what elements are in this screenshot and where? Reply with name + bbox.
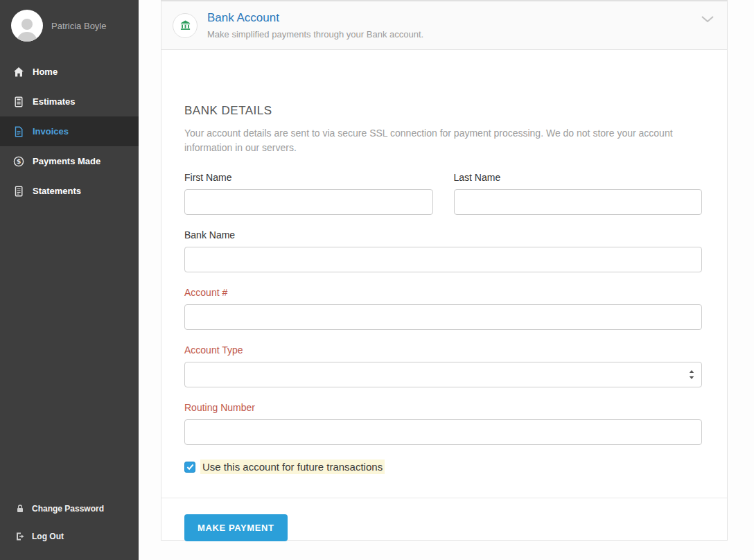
home-icon <box>13 67 24 78</box>
routing-number-input[interactable] <box>184 419 702 445</box>
account-number-input[interactable] <box>184 304 702 330</box>
account-number-label: Account # <box>184 287 702 298</box>
bank-details-form: BANK DETAILS Your account details are se… <box>161 50 727 541</box>
sidebar-item-home[interactable]: Home <box>0 57 139 87</box>
first-name-field: First Name <box>184 172 433 215</box>
bank-name-field: Bank Name <box>184 229 702 272</box>
user-block: Patricia Boyle <box>0 0 139 53</box>
divider <box>161 498 727 498</box>
sidebar-item-label: Home <box>33 67 58 77</box>
bank-name-input[interactable] <box>184 247 702 272</box>
header-text: Bank Account Make simplified payments th… <box>207 11 701 40</box>
sidebar: Patricia Boyle Home Estimates <box>0 0 139 560</box>
section-title: BANK DETAILS <box>184 104 702 118</box>
sidebar-nav: Home Estimates Invoices <box>0 57 139 206</box>
chevron-down-icon[interactable] <box>701 14 714 22</box>
footer-item-label: Log Out <box>32 532 64 541</box>
sidebar-item-label: Estimates <box>33 96 75 107</box>
bank-account-header[interactable]: Bank Account Make simplified payments th… <box>161 1 727 50</box>
svg-text:$: $ <box>17 157 21 165</box>
future-transactions-label: Use this account for future transactions <box>200 460 385 474</box>
make-payment-button[interactable]: MAKE PAYMENT <box>184 514 288 541</box>
section-description: Your account details are sent to via sec… <box>184 126 702 155</box>
future-transactions-checkbox[interactable] <box>184 462 195 473</box>
last-name-input[interactable] <box>454 189 703 215</box>
estimates-icon <box>13 96 24 107</box>
bank-name-label: Bank Name <box>184 229 702 240</box>
sidebar-spacer <box>0 206 139 495</box>
routing-number-field: Routing Number <box>184 402 702 445</box>
account-type-label: Account Type <box>184 344 702 356</box>
payments-icon: $ <box>13 156 24 167</box>
sidebar-item-statements[interactable]: Statements <box>0 176 139 206</box>
user-name: Patricia Boyle <box>51 21 106 31</box>
main-content: Bank Account Make simplified payments th… <box>139 0 754 560</box>
account-type-select[interactable] <box>184 362 702 387</box>
sidebar-item-estimates[interactable]: Estimates <box>0 87 139 116</box>
sidebar-item-label: Invoices <box>33 126 69 137</box>
footer-item-label: Change Password <box>32 504 104 514</box>
statements-icon <box>13 186 24 197</box>
last-name-field: Last Name <box>454 172 703 215</box>
change-password-button[interactable]: Change Password <box>0 495 139 523</box>
log-out-button[interactable]: Log Out <box>0 523 139 550</box>
first-name-input[interactable] <box>184 189 433 215</box>
page-subtitle: Make simplified payments through your Ba… <box>207 29 701 40</box>
page-title: Bank Account <box>207 11 701 25</box>
check-icon <box>186 463 194 471</box>
payment-card: Bank Account Make simplified payments th… <box>161 0 728 541</box>
last-name-label: Last Name <box>454 172 703 183</box>
account-number-field: Account # <box>184 287 702 330</box>
first-name-label: First Name <box>184 172 433 183</box>
lock-icon <box>15 504 25 514</box>
person-icon <box>11 12 43 42</box>
invoices-icon <box>13 126 24 137</box>
account-type-field: Account Type <box>184 344 702 387</box>
routing-number-label: Routing Number <box>184 402 702 413</box>
sidebar-item-invoices[interactable]: Invoices <box>0 116 139 146</box>
sidebar-item-label: Payments Made <box>33 156 100 166</box>
sidebar-item-label: Statements <box>33 186 81 196</box>
sidebar-item-payments-made[interactable]: $ Payments Made <box>0 146 139 176</box>
bank-icon <box>173 13 198 38</box>
future-transactions-row: Use this account for future transactions <box>184 460 702 474</box>
logout-icon <box>15 532 25 541</box>
sidebar-footer: Change Password Log Out <box>0 495 139 560</box>
avatar <box>11 10 43 42</box>
